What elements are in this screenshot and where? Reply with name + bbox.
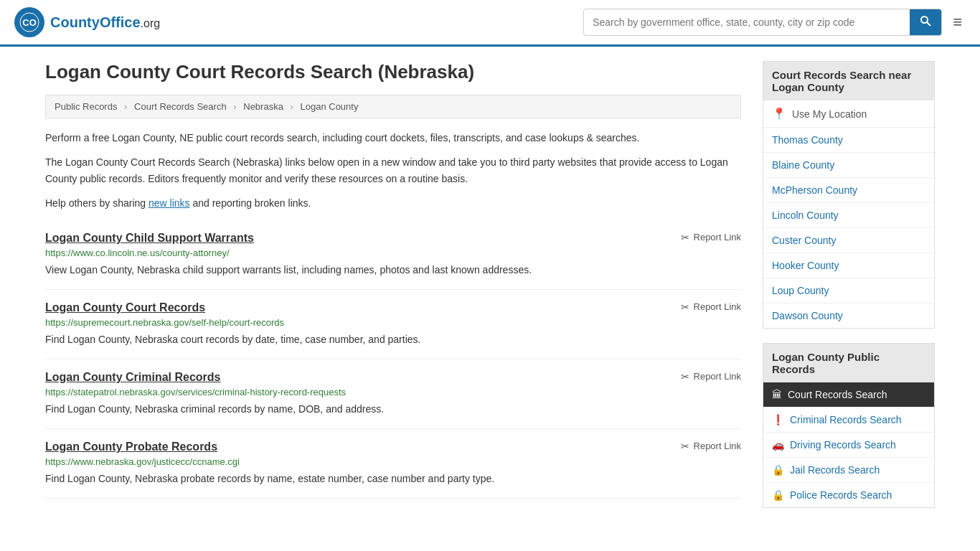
report-link-3[interactable]: ✂ Report Link <box>681 441 741 452</box>
record-item: Logan County Court Records ✂ Report Link… <box>45 290 741 359</box>
nearby-county-1[interactable]: Blaine County <box>763 153 934 178</box>
breadcrumb-court-records-search[interactable]: Court Records Search <box>134 101 227 112</box>
logo-main: CountyOffice <box>50 14 141 30</box>
record-desc-1: Find Logan County, Nebraska court record… <box>45 332 741 347</box>
pub-record-icon-2: 🚗 <box>772 439 784 451</box>
header-right: ≡ <box>583 9 966 36</box>
svg-point-2 <box>921 17 928 23</box>
breadcrumb: Public Records › Court Records Search › … <box>45 95 741 118</box>
description-2: The Logan County Court Records Search (N… <box>45 154 741 187</box>
record-item: Logan County Criminal Records ✂ Report L… <box>45 359 741 429</box>
pub-record-icon-0: 🏛 <box>772 389 782 400</box>
description-1: Perform a free Logan County, NE public c… <box>45 130 741 146</box>
records-container: Logan County Child Support Warrants ✂ Re… <box>45 220 741 499</box>
report-link-1[interactable]: ✂ Report Link <box>681 301 741 313</box>
record-desc-3: Find Logan County, Nebraska probate reco… <box>45 471 741 486</box>
report-icon-3: ✂ <box>681 441 689 452</box>
nearby-counties-list: Thomas CountyBlaine CountyMcPherson Coun… <box>763 128 934 328</box>
use-my-location[interactable]: 📍 Use My Location <box>763 100 934 128</box>
svg-line-3 <box>927 22 930 26</box>
content-area: Logan County Court Records Search (Nebra… <box>45 61 741 522</box>
pub-record-item-3[interactable]: 🔒 Jail Records Search <box>763 458 934 483</box>
use-location-label: Use My Location <box>792 108 867 120</box>
nearby-county-5[interactable]: Hooker County <box>763 253 934 278</box>
pub-record-item-4[interactable]: 🔒 Police Records Search <box>763 483 934 507</box>
record-title-3[interactable]: Logan County Probate Records <box>45 441 217 453</box>
report-icon-0: ✂ <box>681 232 689 243</box>
sidebar: Court Records Search near Logan County 📍… <box>763 61 935 522</box>
pub-record-icon-4: 🔒 <box>772 489 784 501</box>
record-title-1[interactable]: Logan County Court Records <box>45 301 205 314</box>
nearby-title: Court Records Search near Logan County <box>763 62 934 100</box>
nearby-county-6[interactable]: Loup County <box>763 278 934 303</box>
record-desc-0: View Logan County, Nebraska child suppor… <box>45 263 741 278</box>
search-button[interactable] <box>910 9 941 35</box>
main-container: Logan County Court Records Search (Nebra… <box>31 47 949 537</box>
nearby-county-2[interactable]: McPherson County <box>763 178 934 203</box>
pub-record-icon-3: 🔒 <box>772 464 784 476</box>
record-item: Logan County Child Support Warrants ✂ Re… <box>45 220 741 290</box>
report-link-0[interactable]: ✂ Report Link <box>681 232 741 243</box>
new-links-link[interactable]: new links <box>149 197 190 209</box>
breadcrumb-public-records[interactable]: Public Records <box>55 101 117 112</box>
breadcrumb-nebraska[interactable]: Nebraska <box>243 101 283 112</box>
logo-icon: CO <box>14 7 44 37</box>
record-url-0[interactable]: https://www.co.lincoln.ne.us/county-atto… <box>45 248 741 258</box>
public-records-list: 🏛 Court Records Search ❗ Criminal Record… <box>763 382 934 507</box>
record-url-2[interactable]: https://statepatrol.nebraska.gov/service… <box>45 387 741 397</box>
breadcrumb-logan-county[interactable]: Logan County <box>300 101 358 112</box>
public-records-title: Logan County Public Records <box>763 344 934 382</box>
logo-text: CountyOffice.org <box>50 14 160 31</box>
public-records-section: Logan County Public Records 🏛 Court Reco… <box>763 343 935 508</box>
svg-text:CO: CO <box>22 17 37 28</box>
report-icon-1: ✂ <box>681 301 689 313</box>
logo-suffix: .org <box>141 17 161 29</box>
header: CO CountyOffice.org ≡ <box>0 0 980 47</box>
nearby-section: Court Records Search near Logan County 📍… <box>763 61 935 329</box>
menu-icon[interactable]: ≡ <box>949 9 966 35</box>
pub-record-item-0[interactable]: 🏛 Court Records Search <box>763 382 934 408</box>
location-icon: 📍 <box>772 107 786 121</box>
nearby-county-0[interactable]: Thomas County <box>763 128 934 153</box>
record-desc-2: Find Logan County, Nebraska criminal rec… <box>45 402 741 417</box>
description-3: Help others by sharing new links and rep… <box>45 195 741 211</box>
report-link-2[interactable]: ✂ Report Link <box>681 371 741 382</box>
pub-record-item-1[interactable]: ❗ Criminal Records Search <box>763 408 934 433</box>
nearby-county-3[interactable]: Lincoln County <box>763 203 934 228</box>
search-bar <box>583 9 942 36</box>
nearby-county-7[interactable]: Dawson County <box>763 303 934 328</box>
report-icon-2: ✂ <box>681 371 689 382</box>
record-url-1[interactable]: https://supremecourt.nebraska.gov/self-h… <box>45 317 741 328</box>
record-title-2[interactable]: Logan County Criminal Records <box>45 371 220 384</box>
record-title-0[interactable]: Logan County Child Support Warrants <box>45 232 254 245</box>
pub-record-icon-1: ❗ <box>772 414 784 425</box>
record-url-3[interactable]: https://www.nebraska.gov/justicecc/ccnam… <box>45 456 741 467</box>
logo-area: CO CountyOffice.org <box>14 7 160 37</box>
nearby-county-4[interactable]: Custer County <box>763 228 934 253</box>
pub-record-item-2[interactable]: 🚗 Driving Records Search <box>763 433 934 458</box>
record-item: Logan County Probate Records ✂ Report Li… <box>45 429 741 499</box>
page-title: Logan County Court Records Search (Nebra… <box>45 61 741 83</box>
search-input[interactable] <box>584 11 910 34</box>
